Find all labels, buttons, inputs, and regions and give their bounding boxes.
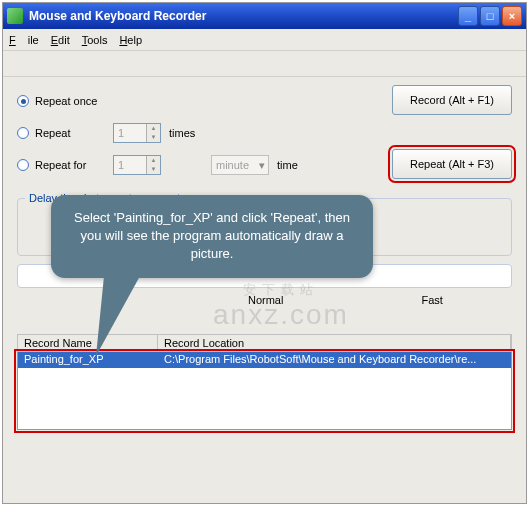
menu-edit[interactable]: Edit (51, 34, 70, 46)
repeat-for-spinner[interactable]: 1 ▲▼ (113, 155, 161, 175)
label-time: time (277, 159, 298, 171)
time-unit-combo[interactable]: minute (211, 155, 269, 175)
maximize-button[interactable]: □ (480, 6, 500, 26)
titlebar: Mouse and Keyboard Recorder _ □ × (3, 3, 526, 29)
close-button[interactable]: × (502, 6, 522, 26)
spinner-down-icon: ▼ (146, 165, 160, 174)
records-list[interactable]: Painting_for_XP C:\Program Files\RobotSo… (17, 352, 512, 430)
minimize-button[interactable]: _ (458, 6, 478, 26)
app-icon (7, 8, 23, 24)
radio-repeat-for[interactable] (17, 159, 29, 171)
menu-help[interactable]: Help (119, 34, 142, 46)
callout-tail-icon (78, 276, 140, 356)
label-fast: Fast (422, 294, 443, 306)
tutorial-callout: Select 'Painting_for_XP' and click 'Repe… (51, 195, 373, 356)
spinner-up-icon: ▲ (146, 124, 160, 133)
radio-repeat[interactable] (17, 127, 29, 139)
spinner-down-icon: ▼ (146, 133, 160, 142)
spinner-up-icon: ▲ (146, 156, 160, 165)
repeat-button[interactable]: Repeat (Alt + F3) (392, 149, 512, 179)
callout-text: Select 'Painting_for_XP' and click 'Repe… (51, 195, 373, 278)
menu-tools[interactable]: Tools (82, 34, 108, 46)
repeat-count-spinner[interactable]: 1 ▲▼ (113, 123, 161, 143)
label-repeat-for: Repeat for (35, 159, 113, 171)
record-button[interactable]: Record (Alt + F1) (392, 85, 512, 115)
label-repeat: Repeat (35, 127, 113, 139)
radio-repeat-once[interactable] (17, 95, 29, 107)
toolstrip (3, 51, 526, 77)
window-title: Mouse and Keyboard Recorder (29, 9, 456, 23)
menu-file[interactable]: File (9, 34, 39, 46)
label-times: times (169, 127, 195, 139)
label-repeat-once: Repeat once (35, 95, 113, 107)
menubar: File Edit Tools Help (3, 29, 526, 51)
